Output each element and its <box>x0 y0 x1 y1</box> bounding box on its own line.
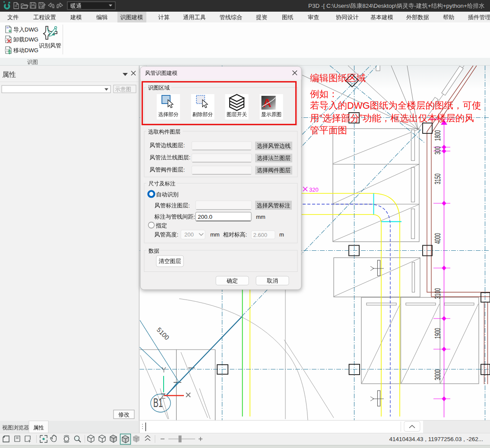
svg-text:2.600: 2.600 <box>253 232 268 238</box>
svg-text:1800: 1800 <box>433 130 442 141</box>
svg-text::: : <box>189 154 191 161</box>
svg-text::: : <box>188 202 190 209</box>
svg-text:3100: 3100 <box>433 288 442 299</box>
svg-text:+: + <box>428 3 431 9</box>
svg-text::: : <box>246 231 247 238</box>
svg-text:320: 320 <box>309 186 319 193</box>
svg-text:200.0: 200.0 <box>198 214 212 220</box>
svg-text:mm: mm <box>210 231 220 238</box>
svg-text:41410434.43 , 11977256.03 , -2: 41410434.43 , 11977256.03 , -262... <box>389 436 483 442</box>
svg-text:DWG: DWG <box>25 47 38 54</box>
svg-text:3000: 3000 <box>433 369 442 380</box>
svg-text::: : <box>183 142 185 148</box>
svg-text:3150: 3150 <box>433 174 442 184</box>
svg-text:DWG: DWG <box>347 101 370 111</box>
svg-text:DWG: DWG <box>25 36 38 43</box>
svg-text:-: - <box>414 3 416 9</box>
svg-text::: : <box>183 167 185 173</box>
svg-text:824\Desktop\: 824\Desktop\ <box>362 3 397 9</box>
svg-text:m: m <box>279 231 284 238</box>
svg-text:mm: mm <box>256 214 266 220</box>
svg-text:1900: 1900 <box>433 328 442 339</box>
svg-text:B1: B1 <box>153 395 163 410</box>
svg-text:+python+: +python+ <box>443 3 467 9</box>
svg-text:DWG: DWG <box>25 26 38 33</box>
svg-text:4000: 4000 <box>433 233 442 244</box>
svg-text:200: 200 <box>184 231 194 238</box>
svg-text::: : <box>194 214 196 220</box>
svg-text:300: 300 <box>433 146 442 155</box>
svg-text:P3D -[ C:\Users\: P3D -[ C:\Users\ <box>308 3 351 9</box>
svg-text::: : <box>177 231 179 238</box>
svg-text:A: A <box>263 97 272 110</box>
